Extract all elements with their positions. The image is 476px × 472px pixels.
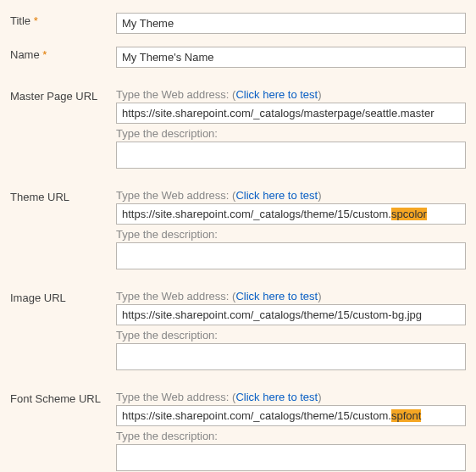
master-page-description-input[interactable] [116,142,466,169]
highlight-spcolor: spcolor [391,208,427,220]
font-scheme-url-label: Font Scheme URL [10,391,116,405]
image-url-label: Image URL [10,290,116,304]
test-link[interactable]: Click here to test [235,290,318,303]
theme-url-input[interactable]: https://site.sharepoint.com/_catalogs/th… [116,203,466,225]
image-description-input[interactable] [116,343,466,370]
required-asterisk: * [42,48,47,61]
image-url-input[interactable] [116,304,466,325]
description-prompt: Type the description: [116,430,466,442]
name-input[interactable] [116,47,466,68]
address-prompt: Type the Web address: (Click here to tes… [116,391,466,403]
required-asterisk: * [34,14,38,27]
master-page-url-label: Master Page URL [10,88,116,103]
name-label: Name * [10,47,116,61]
address-prompt: Type the Web address: (Click here to tes… [116,88,466,101]
test-link[interactable]: Click here to test [235,88,318,101]
address-prompt: Type the Web address: (Click here to tes… [116,189,466,202]
description-prompt: Type the description: [116,329,466,342]
master-page-url-input[interactable] [116,103,466,124]
theme-url-label: Theme URL [10,189,116,203]
description-prompt: Type the description: [116,228,466,241]
theme-description-input[interactable] [116,242,466,269]
font-scheme-description-input[interactable] [116,444,466,471]
test-link[interactable]: Click here to test [235,391,318,403]
title-input[interactable] [116,13,466,34]
title-label: Title * [10,13,116,27]
highlight-spfont: spfont [391,409,421,422]
font-scheme-url-input[interactable]: https://site.sharepoint.com/_catalogs/th… [116,405,466,426]
test-link[interactable]: Click here to test [235,189,318,202]
description-prompt: Type the description: [116,127,466,140]
address-prompt: Type the Web address: (Click here to tes… [116,290,466,303]
